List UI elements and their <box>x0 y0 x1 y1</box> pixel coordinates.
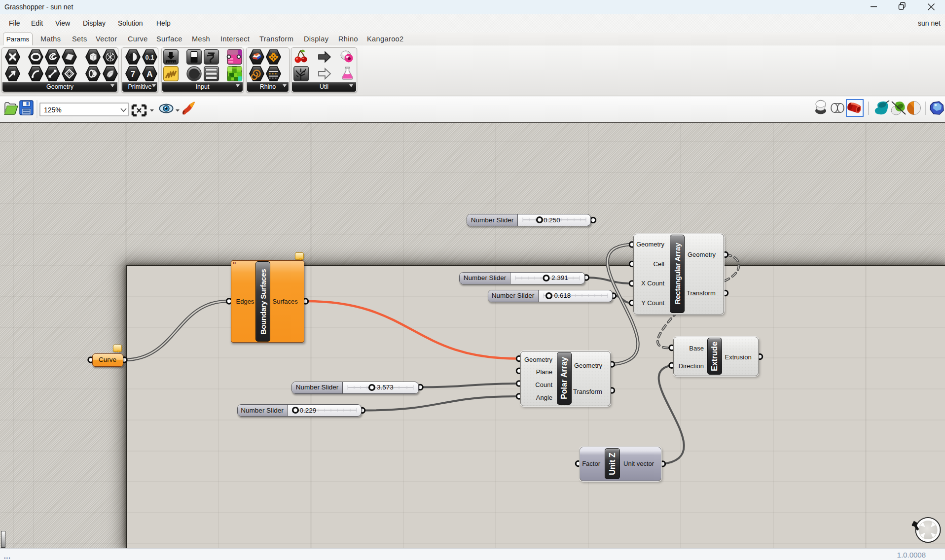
svg-text:7: 7 <box>131 70 135 79</box>
svg-text:A: A <box>146 70 152 79</box>
svg-text:0.1: 0.1 <box>145 54 154 61</box>
svg-text:125%: 125% <box>44 106 62 114</box>
